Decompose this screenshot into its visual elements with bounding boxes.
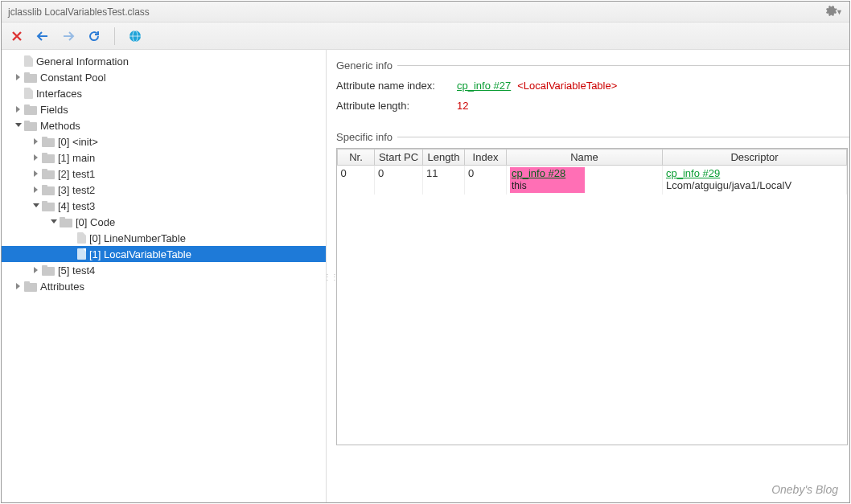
attr-length-label: Attribute length:: [336, 100, 457, 112]
attr-name-index-tag: <LocalVariableTable>: [517, 80, 617, 92]
chevron-right-icon[interactable]: [31, 154, 42, 161]
attr-name-index-label: Attribute name index:: [336, 80, 457, 92]
refresh-icon[interactable]: [87, 29, 101, 43]
table-row[interactable]: 0 0 11 0 cp_info #28 this c: [338, 166, 847, 195]
name-value: this: [512, 180, 527, 191]
cell-descriptor: cp_info #29 Lcom/atguigu/java1/LocalV: [663, 166, 847, 195]
folder-icon: [24, 283, 37, 292]
chevron-right-icon[interactable]: [31, 267, 42, 273]
folder-icon: [42, 154, 55, 163]
globe-icon[interactable]: [128, 29, 142, 43]
chevron-right-icon[interactable]: [13, 74, 24, 80]
toolbar: [2, 23, 849, 50]
file-icon: [24, 88, 33, 99]
tree-item-method-test1[interactable]: [2] test1: [2, 166, 326, 182]
folder-icon: [24, 106, 37, 115]
tree-item-constant-pool[interactable]: Constant Pool: [2, 69, 326, 85]
attr-length-row: Attribute length: 12: [336, 100, 849, 112]
cell-name: cp_info #28 this: [507, 166, 663, 195]
descriptor-value: Lcom/atguigu/java1/LocalV: [666, 179, 791, 191]
tree-item-method-main[interactable]: [1] main: [2, 150, 326, 166]
tree-item-method-test4[interactable]: [5] test4: [2, 262, 326, 278]
dropdown-icon[interactable]: ▼: [836, 8, 843, 16]
col-startpc[interactable]: Start PC: [375, 150, 423, 166]
folder-icon: [60, 219, 72, 227]
col-descriptor[interactable]: Descriptor: [663, 150, 847, 166]
chevron-right-icon[interactable]: [13, 106, 24, 113]
tree-item-localvariabletable[interactable]: [1] LocalVariableTable: [2, 246, 326, 262]
folder-icon: [42, 267, 55, 276]
table-header: Nr. Start PC Length Index Name Descripto…: [338, 150, 847, 166]
cell-index: 0: [465, 166, 507, 195]
titlebar: jclasslib LocalVariablesTest.class ▼: [2, 2, 849, 23]
cell-nr: 0: [338, 166, 375, 195]
watermark: Oneby's Blog: [771, 483, 838, 496]
folder-icon: [42, 186, 55, 195]
name-link[interactable]: cp_info #28: [512, 167, 565, 179]
col-length[interactable]: Length: [423, 150, 465, 166]
tree-item-fields[interactable]: Fields: [2, 101, 326, 117]
chevron-right-icon[interactable]: [31, 170, 42, 177]
tree-item-general[interactable]: General Information: [2, 53, 326, 69]
tree-item-interfaces[interactable]: Interfaces: [2, 85, 326, 101]
specific-info-header: Specific info: [336, 131, 849, 143]
forward-icon[interactable]: [61, 29, 76, 43]
chevron-down-icon[interactable]: [31, 203, 42, 209]
body: General Information Constant Pool Interf…: [2, 50, 849, 502]
local-variable-table[interactable]: Nr. Start PC Length Index Name Descripto…: [336, 148, 848, 445]
back-icon[interactable]: [35, 29, 50, 43]
attr-name-index-link[interactable]: cp_info #27: [457, 80, 511, 92]
cell-startpc: 0: [375, 166, 423, 195]
tree-item-method-test2[interactable]: [3] test2: [2, 182, 326, 198]
tree-item-linenumbertable[interactable]: [0] LineNumberTable: [2, 230, 326, 246]
folder-icon: [42, 203, 55, 211]
attr-name-index-row: Attribute name index: cp_info #27 <Local…: [336, 80, 849, 92]
attr-length-value: 12: [457, 100, 468, 112]
generic-info-header: Generic info: [336, 59, 849, 72]
tree-item-method-init[interactable]: [0] <init>: [2, 133, 326, 150]
descriptor-link[interactable]: cp_info #29: [666, 167, 720, 179]
tree-panel[interactable]: General Information Constant Pool Interf…: [2, 50, 327, 502]
file-icon: [77, 232, 86, 244]
splitter-grip-icon[interactable]: ⋮⋮: [327, 272, 338, 281]
tree-item-method-test3[interactable]: [4] test3: [2, 198, 326, 214]
close-icon[interactable]: [10, 29, 24, 43]
file-icon: [77, 248, 86, 260]
col-nr[interactable]: Nr.: [338, 150, 375, 166]
cell-length: 11: [423, 166, 465, 195]
folder-icon: [24, 122, 37, 131]
tree-item-code[interactable]: [0] Code: [2, 214, 326, 230]
tree-item-methods[interactable]: Methods: [2, 117, 326, 133]
content-panel: ⋮⋮ Generic info Attribute name index: cp…: [327, 50, 849, 502]
file-icon: [24, 55, 33, 67]
chevron-right-icon[interactable]: [13, 283, 24, 289]
app-window: jclasslib LocalVariablesTest.class ▼ Gen…: [1, 1, 850, 503]
chevron-right-icon[interactable]: [31, 186, 42, 193]
col-name[interactable]: Name: [507, 150, 663, 166]
chevron-down-icon[interactable]: [13, 122, 24, 129]
window-title: jclasslib LocalVariablesTest.class: [8, 6, 150, 18]
folder-icon: [42, 170, 55, 179]
chevron-right-icon[interactable]: [31, 138, 42, 145]
col-index[interactable]: Index: [465, 150, 507, 166]
folder-icon: [24, 74, 37, 83]
folder-icon: [42, 138, 55, 147]
separator: [114, 27, 115, 45]
tree-item-attributes[interactable]: Attributes: [2, 278, 326, 294]
chevron-down-icon[interactable]: [48, 219, 60, 225]
